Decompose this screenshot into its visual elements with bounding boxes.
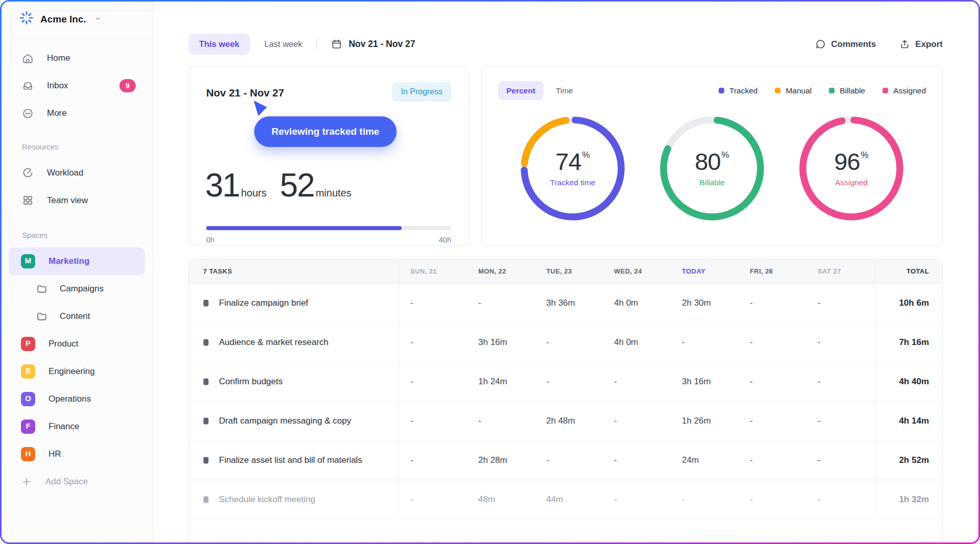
- sidebar-item-home[interactable]: Home: [2, 44, 152, 72]
- table-header: 7 TASKS SUN, 21 MON, 22 TUE, 23 WED, 24 …: [189, 260, 942, 284]
- legend-manual[interactable]: Manual: [775, 86, 812, 95]
- sidebar-item-product[interactable]: P Product: [2, 330, 152, 358]
- cell-today: 3h 16m: [671, 376, 739, 387]
- sidebar-item-team-view[interactable]: Team view: [2, 187, 152, 214]
- cell-mon: -: [467, 533, 535, 542]
- cell-total: 4h 40m: [875, 362, 942, 401]
- col-tue: TUE, 23: [535, 267, 603, 276]
- toggle-time[interactable]: Time: [556, 86, 573, 95]
- cell-sun: -: [399, 337, 467, 348]
- inbox-unread-badge: 9: [119, 79, 136, 92]
- cell-mon: 2h 28m: [467, 455, 535, 465]
- sidebar-item-hr[interactable]: H HR: [2, 440, 152, 468]
- table-row[interactable]: Finalize asset list and bill of material…: [189, 441, 942, 480]
- col-sun: SUN, 21: [399, 267, 467, 276]
- table-row[interactable]: Schedule kickoff meeting - 48m 44m - - -…: [189, 480, 942, 520]
- toolbar: This week Last week Nov 21 - Nov 27 Comm…: [188, 33, 943, 55]
- cell-sat: -: [806, 533, 875, 542]
- cell-sat: -: [806, 415, 875, 426]
- legend-tracked[interactable]: Tracked: [719, 86, 757, 95]
- minutes-unit: minutes: [315, 187, 351, 200]
- cell-wed: -: [603, 455, 671, 465]
- sidebar-item-campaigns[interactable]: Campaigns: [2, 275, 152, 303]
- cell-tue: -: [535, 376, 603, 387]
- cell-today: 24m: [671, 455, 739, 465]
- legend-billable[interactable]: Billable: [829, 86, 865, 95]
- sidebar-item-workload[interactable]: Workload: [2, 159, 152, 187]
- toggle-percent[interactable]: Percent: [498, 81, 544, 100]
- cell-today: 48m: [671, 533, 739, 542]
- task-status-icon: [203, 535, 209, 542]
- col-sat: SAT 27: [806, 267, 875, 276]
- sidebar-item-inbox[interactable]: Inbox 9: [2, 72, 152, 100]
- date-range-label: Nov 21 - Nov 27: [349, 39, 415, 50]
- sidebar-item-operations[interactable]: O Operations: [2, 385, 152, 413]
- cell-fri: -: [739, 337, 806, 348]
- workspace-switcher[interactable]: Acme Inc.: [2, 2, 152, 37]
- export-button[interactable]: Export: [899, 39, 943, 50]
- space-avatar: M: [21, 254, 35, 268]
- sidebar-item-more[interactable]: More: [2, 100, 152, 127]
- date-range-picker[interactable]: Nov 21 - Nov 27: [331, 39, 415, 50]
- legend-swatch: [883, 88, 888, 93]
- app-window: Acme Inc. Home Inbox 9: [0, 0, 980, 544]
- tab-last-week[interactable]: Last week: [264, 39, 302, 50]
- cell-wed: -: [603, 494, 671, 505]
- cell-sun: -: [399, 376, 467, 387]
- gauge-icon: [22, 167, 34, 179]
- table-row[interactable]: Confirm budgets - 1h 24m - - 3h 16m - - …: [189, 362, 942, 402]
- workspace-name: Acme Inc.: [40, 13, 86, 26]
- sidebar-item-label: More: [47, 108, 67, 118]
- tasks-time-table: 7 TASKS SUN, 21 MON, 22 TUE, 23 WED, 24 …: [188, 259, 943, 542]
- add-space-button[interactable]: Add Space: [2, 468, 152, 496]
- cell-sun: -: [399, 415, 467, 426]
- task-status-icon: [203, 417, 209, 425]
- col-tasks: 7 TASKS: [189, 260, 399, 284]
- space-label: Engineering: [48, 366, 95, 377]
- cell-mon: 1h 24m: [467, 376, 535, 387]
- cell-mon: 48m: [467, 494, 535, 505]
- space-label: Operations: [48, 393, 91, 404]
- comments-button[interactable]: Comments: [815, 39, 876, 50]
- tracked-time-total: 31 hours 52 minutes: [205, 169, 351, 202]
- legend-assigned[interactable]: Assigned: [883, 86, 926, 95]
- comment-icon: [815, 39, 826, 50]
- sidebar-item-label: Home: [47, 53, 70, 63]
- folder-icon: [36, 283, 47, 294]
- donut-charts: 74 % Tracked time 80 %: [498, 115, 926, 221]
- plus-icon: [21, 476, 32, 487]
- cell-total: 10h 6m: [875, 284, 942, 323]
- sidebar-item-marketing[interactable]: M Marketing: [9, 248, 145, 275]
- legend-swatch: [829, 88, 835, 93]
- sidebar-item-label: Team view: [47, 195, 88, 206]
- task-name: Schedule kickoff meeting: [219, 494, 315, 505]
- task-status-icon: [203, 496, 209, 503]
- cell-wed: -: [603, 376, 671, 387]
- table-row[interactable]: Audience & market research - 3h 16m - 4h…: [189, 323, 942, 362]
- cell-sat: -: [806, 376, 875, 387]
- sidebar-item-engineering[interactable]: E Engineering: [2, 358, 152, 385]
- cell-fri: -: [739, 376, 806, 387]
- table-row[interactable]: Finalize campaign brief - - 3h 36m 4h 0m…: [189, 284, 942, 323]
- sidebar-nav: Home Inbox 9 More: [2, 37, 152, 127]
- legend-swatch: [719, 88, 724, 93]
- tab-this-week[interactable]: This week: [188, 34, 250, 55]
- space-avatar: F: [21, 419, 35, 434]
- space-label: Finance: [48, 421, 79, 432]
- table-row[interactable]: Customer Beta interviews and - - 24m - 4…: [189, 520, 942, 542]
- progress-max-label: 40h: [439, 235, 451, 244]
- chevron-down-icon: [94, 14, 101, 24]
- task-name: Finalize asset list and bill of material…: [219, 455, 362, 466]
- space-label: Campaigns: [60, 283, 104, 294]
- space-avatar: H: [21, 447, 35, 461]
- cell-sat: -: [806, 494, 875, 505]
- donut-assigned: 96 % Assigned: [798, 115, 904, 221]
- sidebar-item-content[interactable]: Content: [2, 303, 152, 330]
- minutes-value: 52: [280, 169, 314, 202]
- sidebar-item-finance[interactable]: F Finance: [2, 413, 152, 440]
- table-row[interactable]: Draft campaign messaging & copy - - 2h 4…: [189, 402, 942, 441]
- hours-unit: hours: [241, 187, 266, 200]
- cell-sat: -: [806, 298, 875, 308]
- cell-total: 1h 32m: [875, 480, 942, 519]
- cell-fri: -: [739, 298, 806, 308]
